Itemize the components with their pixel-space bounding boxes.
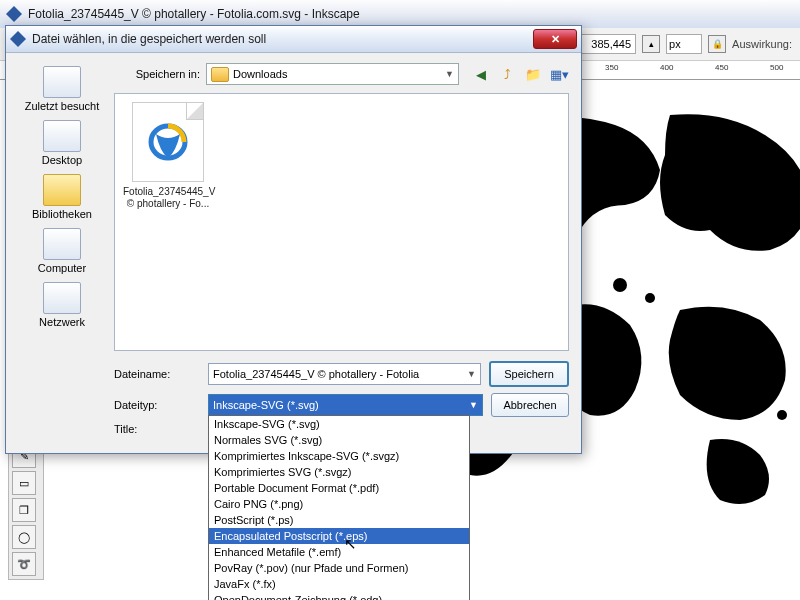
tool-3d-box[interactable]: ❐ — [12, 498, 36, 522]
tool-spiral[interactable]: ➰ — [12, 552, 36, 576]
dialog-titlebar: Datei wählen, in die gespeichert werden … — [6, 26, 581, 53]
filetype-option[interactable]: Inkscape-SVG (*.svg) — [209, 416, 469, 432]
app-title: Fotolia_23745445_V © photallery - Fotoli… — [28, 7, 360, 21]
filetype-option[interactable]: Cairo PNG (*.png) — [209, 496, 469, 512]
folder-icon — [211, 67, 229, 82]
save-button[interactable]: Speichern — [489, 361, 569, 387]
inkscape-icon — [10, 31, 26, 47]
dialog-title: Datei wählen, in die gespeichert werden … — [32, 32, 527, 46]
tool-rectangle[interactable]: ▭ — [12, 471, 36, 495]
places-bar: Zuletzt besucht Desktop Bibliotheken Com… — [18, 63, 106, 441]
filename-label: Dateiname: — [114, 368, 200, 380]
filetype-option[interactable]: PovRay (*.pov) (nur Pfade und Formen) — [209, 560, 469, 576]
height-stepper[interactable]: ▴ — [642, 35, 660, 53]
chevron-down-icon: ▼ — [445, 69, 454, 79]
filetype-option[interactable]: Portable Document Format (*.pdf) — [209, 480, 469, 496]
close-button[interactable]: ✕ — [533, 29, 577, 49]
file-list[interactable]: Fotolia_23745445_V© photallery - Fo... — [114, 93, 569, 351]
filetype-option[interactable]: Normales SVG (*.svg) — [209, 432, 469, 448]
save-in-label: Speichern in: — [114, 68, 200, 80]
place-libraries[interactable]: Bibliotheken — [18, 171, 106, 223]
place-desktop[interactable]: Desktop — [18, 117, 106, 169]
svg-point-0 — [613, 278, 627, 292]
filetype-option[interactable]: Enhanced Metafile (*.emf) — [209, 544, 469, 560]
place-network[interactable]: Netzwerk — [18, 279, 106, 331]
list-item[interactable]: Fotolia_23745445_V© photallery - Fo... — [123, 102, 213, 210]
up-icon[interactable]: ⤴ — [497, 64, 517, 84]
cancel-button[interactable]: Abbrechen — [491, 393, 569, 417]
place-computer[interactable]: Computer — [18, 225, 106, 277]
svg-point-3 — [777, 410, 787, 420]
title-label: Title: — [114, 423, 200, 435]
svg-point-1 — [645, 293, 655, 303]
filetype-option[interactable]: Komprimiertes Inkscape-SVG (*.svgz) — [209, 448, 469, 464]
filetype-label: Dateityp: — [114, 399, 200, 411]
filetype-option[interactable]: OpenDocument-Zeichnung (*.odg) — [209, 592, 469, 600]
save-dialog: Datei wählen, in die gespeichert werden … — [5, 25, 582, 454]
place-recent[interactable]: Zuletzt besucht — [18, 63, 106, 115]
tool-ellipse[interactable]: ◯ — [12, 525, 36, 549]
filename-input[interactable]: Fotolia_23745445_V © photallery - Fotoli… — [208, 363, 481, 385]
filetype-option[interactable]: Encapsulated Postscript (*.eps) — [209, 528, 469, 544]
svg-point-2 — [759, 389, 771, 401]
view-menu-icon[interactable]: ▦▾ — [549, 64, 569, 84]
back-icon[interactable]: ◀ — [471, 64, 491, 84]
toolbox: ✎ ▭ ❐ ◯ ➰ — [8, 440, 44, 580]
impact-label: Auswirkung: — [732, 38, 792, 50]
lock-icon[interactable]: 🔒 — [708, 35, 726, 53]
unit-select[interactable]: px — [666, 34, 702, 54]
filetype-dropdown[interactable]: Inkscape-SVG (*.svg)Normales SVG (*.svg)… — [208, 415, 470, 600]
filetype-combo[interactable]: Inkscape-SVG (*.svg)▼ — [208, 394, 483, 416]
location-combo[interactable]: Downloads ▼ — [206, 63, 459, 85]
file-thumb-icon — [132, 102, 204, 182]
filetype-option[interactable]: JavaFx (*.fx) — [209, 576, 469, 592]
new-folder-icon[interactable]: 📁 — [523, 64, 543, 84]
filetype-option[interactable]: PostScript (*.ps) — [209, 512, 469, 528]
filetype-option[interactable]: Komprimiertes SVG (*.svgz) — [209, 464, 469, 480]
inkscape-icon — [6, 6, 22, 22]
